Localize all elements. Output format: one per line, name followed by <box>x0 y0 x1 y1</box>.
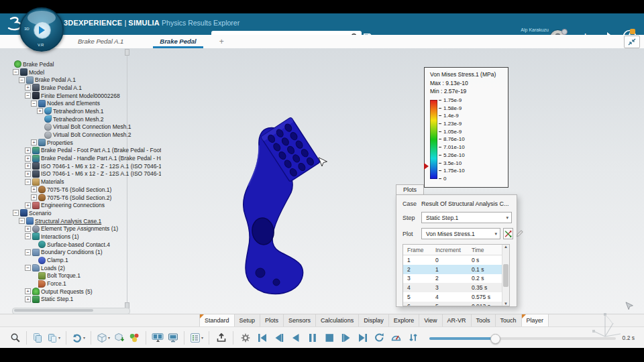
expand-icon[interactable]: + <box>25 156 31 162</box>
tree-item[interactable]: −Finite Element Model00002268 <box>5 92 161 100</box>
video-player-button[interactable] <box>150 330 166 346</box>
tree-horizontal-scrollbar[interactable] <box>12 308 130 314</box>
tree-item[interactable]: −Boundary Conditions (1) <box>5 249 161 257</box>
expand-icon[interactable]: + <box>25 171 31 177</box>
frame-table-row[interactable]: 430.35 s <box>403 283 509 292</box>
table-scroll-thumb[interactable] <box>503 264 508 287</box>
frame-table-row[interactable]: 650.913 s <box>403 302 509 306</box>
ribbon-tab-standard[interactable]: Standard <box>199 314 235 326</box>
playback-timeline[interactable] <box>429 330 616 346</box>
dropdown-caret-icon[interactable]: ▾ <box>201 335 203 340</box>
tree-item[interactable]: +Output Requests (5) <box>5 288 161 296</box>
expand-icon[interactable]: + <box>25 147 31 154</box>
plot-select[interactable]: Von Mises Stress.1 ▾ <box>421 228 500 239</box>
collapse-panel-button[interactable] <box>624 36 640 48</box>
step-backward-button[interactable] <box>272 330 286 346</box>
tree-item[interactable]: −Materials <box>5 178 161 186</box>
edit-plot-button[interactable] <box>515 229 524 239</box>
collapse-icon[interactable]: − <box>25 179 31 185</box>
xy-plot-button[interactable] <box>503 228 513 239</box>
ribbon-tab-display[interactable]: Display <box>359 314 389 326</box>
new-part-button[interactable]: ▾ <box>95 330 112 346</box>
tree-item[interactable]: −Model <box>5 68 161 76</box>
dropdown-caret-icon[interactable]: ▾ <box>58 335 60 340</box>
tree-item[interactable]: Force.1 <box>5 280 161 288</box>
ribbon-tab-touch[interactable]: Touch <box>496 314 522 326</box>
collapse-icon[interactable]: − <box>31 101 37 107</box>
collapse-icon[interactable]: − <box>25 233 31 239</box>
ribbon-tab-explore[interactable]: Explore <box>389 314 420 326</box>
collapse-icon[interactable]: − <box>19 77 25 83</box>
expand-icon[interactable]: + <box>31 139 37 145</box>
tree-item[interactable]: −Nodes and Elements <box>5 99 161 107</box>
skip-to-end-button[interactable] <box>356 330 370 346</box>
settings-button[interactable] <box>238 330 252 346</box>
frame-table-row[interactable]: 100 s <box>403 255 509 265</box>
dropdown-caret-icon[interactable]: ▾ <box>108 335 110 340</box>
expand-icon[interactable]: + <box>25 84 31 90</box>
tree-item[interactable]: −Structural Analysis Case.1 <box>5 217 161 225</box>
tree-item[interactable]: Tetrahedron Mesh.2 <box>5 115 161 123</box>
tree-item[interactable]: +Brake Pedal - Handle Part A.1 (Brake Pe… <box>5 154 161 162</box>
step-forward-button[interactable] <box>339 330 353 346</box>
scroll-up-arrow[interactable]: ▲ <box>504 245 508 249</box>
tree-hscroll-thumb[interactable] <box>14 309 93 312</box>
tree-item[interactable]: +ISO 7046-1 - M6 x 12 - Z - 12S A.1 (ISO… <box>5 170 161 178</box>
pause-button[interactable] <box>305 330 319 346</box>
plots-tab[interactable]: Plots <box>396 184 424 195</box>
ribbon-tab-setup[interactable]: Setup <box>235 314 261 326</box>
loop-button[interactable] <box>372 330 386 346</box>
new-tab-button[interactable]: + <box>219 37 224 46</box>
expand-icon[interactable]: + <box>25 226 31 232</box>
column-header[interactable]: Time <box>468 247 502 253</box>
scroll-down-arrow[interactable]: ▼ <box>504 302 508 306</box>
table-scrollbar[interactable]: ▲ ▼ <box>502 245 509 306</box>
import-part-button[interactable] <box>112 330 127 346</box>
ribbon-tab-view[interactable]: View <box>419 314 442 326</box>
tree-item[interactable]: +Brake Pedal - Foot Part A.1 (Brake Peda… <box>5 147 161 155</box>
tree-item[interactable]: −Loads (2) <box>5 264 161 272</box>
frame-order-button[interactable] <box>406 330 420 346</box>
tree-item[interactable]: Surface-based Contact.4 <box>5 241 161 249</box>
export-button[interactable] <box>214 330 228 346</box>
list-options-button[interactable]: ▾ <box>188 330 205 346</box>
expand-icon[interactable]: + <box>31 186 37 192</box>
expand-icon[interactable]: + <box>25 296 31 302</box>
timeline-handle[interactable] <box>490 334 500 344</box>
speed-button[interactable] <box>389 330 403 346</box>
tree-item[interactable]: +Properties <box>5 139 161 147</box>
undo-button[interactable]: ▾ <box>70 330 87 346</box>
collapse-icon[interactable]: − <box>19 218 25 224</box>
collapse-icon[interactable]: − <box>25 93 31 99</box>
tree-item[interactable]: +7075-T6 (Solid Section.2) <box>5 194 161 202</box>
tree-item[interactable]: +Engineering Connections <box>5 201 161 209</box>
tree-scroll-top-nub[interactable] <box>125 49 129 56</box>
ribbon-tab-tools[interactable]: Tools <box>472 314 496 326</box>
document-tab-2[interactable]: Brake Pedal <box>156 35 200 48</box>
tree-item[interactable]: −Scenario <box>5 209 161 217</box>
tree-item[interactable]: +Brake Pedal A.1 <box>5 84 161 92</box>
column-header[interactable]: Increment <box>431 247 468 253</box>
step-select[interactable]: Static Step.1 ▾ <box>421 212 512 223</box>
expand-icon[interactable]: + <box>25 202 31 208</box>
ribbon-tab-ar-vr[interactable]: AR-VR <box>443 314 472 326</box>
play-backward-button[interactable] <box>288 330 303 346</box>
materialize-button[interactable] <box>127 330 142 346</box>
tree-item[interactable]: Bolt Torque.1 <box>5 272 161 280</box>
expand-icon[interactable]: + <box>25 288 31 294</box>
tree-item[interactable]: −Brake Pedal A.1 <box>5 76 161 84</box>
tree-item[interactable]: +ISO 7046-1 - M6 x 12 - Z - 12S A.1 (ISO… <box>5 162 161 170</box>
screen-share-button[interactable] <box>166 330 180 346</box>
skip-to-start-button[interactable] <box>255 330 269 346</box>
expand-icon[interactable]: + <box>31 194 37 200</box>
collapse-icon[interactable]: − <box>25 265 31 271</box>
ribbon-tab-calculations[interactable]: Calculations <box>316 314 359 326</box>
tree-item[interactable]: −Interactions (1) <box>5 233 161 241</box>
collapse-icon[interactable]: − <box>13 69 19 75</box>
frame-table-row[interactable]: 210.1 s <box>403 265 509 274</box>
expand-icon[interactable]: + <box>37 108 43 114</box>
frame-table-row[interactable]: 320.2 s <box>403 274 509 284</box>
copy-button[interactable] <box>30 330 45 346</box>
view-axis-triad[interactable] <box>590 310 627 350</box>
tree-item[interactable]: Virtual Bolt Connection Mesh.1 <box>5 123 161 131</box>
